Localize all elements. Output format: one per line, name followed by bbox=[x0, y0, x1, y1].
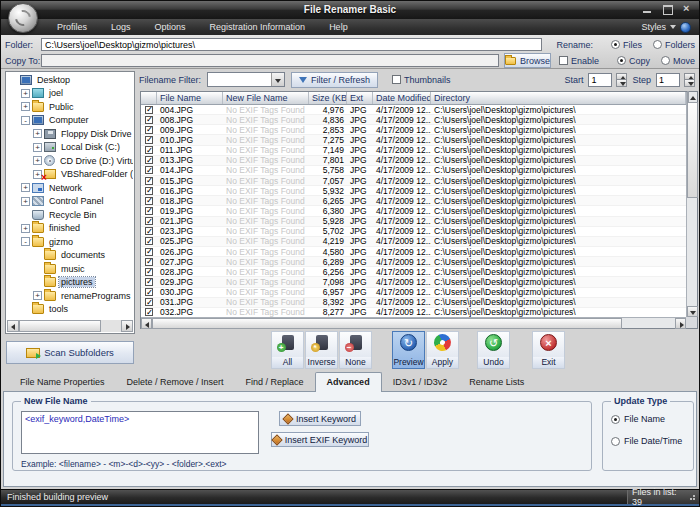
tree-item-joel[interactable]: +joel bbox=[7, 87, 133, 101]
tree-item-recycle-bin[interactable]: Recycle Bin bbox=[7, 208, 133, 222]
row-checkbox[interactable] bbox=[145, 288, 153, 296]
row-checkbox[interactable] bbox=[145, 258, 153, 266]
filename-filter-select[interactable] bbox=[207, 72, 285, 87]
action-button-all[interactable]: All bbox=[271, 331, 304, 369]
row-checkbox[interactable] bbox=[145, 166, 153, 174]
tree-item-tools[interactable]: tools bbox=[7, 303, 133, 317]
cell-checkbox[interactable] bbox=[141, 146, 157, 154]
menu-item-help[interactable]: Help bbox=[317, 19, 360, 35]
action-button-none[interactable]: None bbox=[339, 331, 372, 369]
tree-item-gizmo[interactable]: -gizmo bbox=[7, 235, 133, 249]
action-button-preview[interactable]: Preview bbox=[392, 331, 425, 369]
insert-exif-keyword-button[interactable]: Insert EXIF Keyword bbox=[271, 432, 369, 447]
maximize-button[interactable] bbox=[662, 4, 673, 15]
cell-checkbox[interactable] bbox=[141, 166, 157, 174]
table-row[interactable]: 029.JPGNo EXIF Tags Found7,098JPG4/17/20… bbox=[141, 277, 686, 287]
tab-delete-remove-insert[interactable]: Delete / Remove / Insert bbox=[116, 373, 235, 391]
table-horizontal-scrollbar[interactable] bbox=[141, 317, 686, 328]
scrollbar-thumb[interactable] bbox=[687, 102, 698, 198]
step-number-input[interactable] bbox=[656, 73, 680, 87]
table-row[interactable]: 019.JPGNo EXIF Tags Found6,380JPG4/17/20… bbox=[141, 206, 686, 216]
row-checkbox[interactable] bbox=[145, 298, 153, 306]
row-checkbox[interactable] bbox=[145, 156, 153, 164]
tree-expander-icon[interactable]: + bbox=[21, 197, 30, 206]
tree-item-renameprograms[interactable]: +renamePrograms bbox=[7, 289, 133, 303]
row-checkbox[interactable] bbox=[145, 227, 153, 235]
row-checkbox[interactable] bbox=[145, 248, 153, 256]
column-header-size-kb[interactable]: Size (KB) bbox=[309, 92, 347, 104]
tree-item-finished[interactable]: +finished bbox=[7, 222, 133, 236]
tree-item-desktop[interactable]: Desktop bbox=[7, 73, 133, 87]
mode-radio-move[interactable]: Move bbox=[661, 56, 695, 66]
table-row[interactable]: 030.JPGNo EXIF Tags Found6,957JPG4/17/20… bbox=[141, 288, 686, 298]
table-row[interactable]: 032.JPGNo EXIF Tags Found8,277JPG4/17/20… bbox=[141, 308, 686, 317]
table-row[interactable]: 015.JPGNo EXIF Tags Found7,057JPG4/17/20… bbox=[141, 176, 686, 186]
action-button-exit[interactable]: Exit bbox=[532, 331, 565, 369]
action-button-undo[interactable]: Undo bbox=[477, 331, 510, 369]
table-row[interactable]: 004.JPGNo EXIF Tags Found4,976JPG4/17/20… bbox=[141, 105, 686, 115]
enable-checkbox-row[interactable]: Enable bbox=[559, 56, 599, 66]
table-row[interactable]: 014.JPGNo EXIF Tags Found5,758JPG4/17/20… bbox=[141, 166, 686, 176]
row-checkbox[interactable] bbox=[145, 136, 153, 144]
row-checkbox[interactable] bbox=[145, 126, 153, 134]
tree-expander-icon[interactable]: - bbox=[21, 116, 30, 125]
insert-keyword-button[interactable]: Insert Keyword bbox=[279, 411, 361, 426]
scroll-right-icon[interactable] bbox=[121, 320, 133, 332]
table-row[interactable]: 023.JPGNo EXIF Tags Found5,702JPG4/17/20… bbox=[141, 227, 686, 237]
tree-expander-icon[interactable]: + bbox=[33, 156, 42, 165]
tree-expander-icon[interactable]: + bbox=[33, 291, 42, 300]
scan-subfolders-button[interactable]: Scan Subfolders bbox=[6, 341, 134, 364]
table-row[interactable]: 009.JPGNo EXIF Tags Found2,853JPG4/17/20… bbox=[141, 125, 686, 135]
column-header-date-modified[interactable]: Date Modified bbox=[373, 92, 431, 104]
row-checkbox[interactable] bbox=[145, 197, 153, 205]
tree-expander-icon[interactable]: + bbox=[21, 89, 30, 98]
thumbnails-checkbox-row[interactable]: Thumbnails bbox=[392, 75, 451, 85]
tree-item-floppy-disk-drive-a[interactable]: +Floppy Disk Drive (A:) bbox=[7, 127, 133, 141]
tab-advanced[interactable]: Advanced bbox=[315, 372, 382, 392]
column-header-new-file-name[interactable]: New File Name bbox=[223, 92, 309, 104]
scroll-right-icon[interactable] bbox=[675, 318, 686, 329]
cell-checkbox[interactable] bbox=[141, 278, 157, 286]
spin-down-icon[interactable] bbox=[684, 79, 695, 87]
menu-item-options[interactable]: Options bbox=[143, 19, 198, 35]
minimize-button[interactable] bbox=[642, 4, 653, 15]
column-header-ext[interactable]: Ext bbox=[347, 92, 373, 104]
browse-button[interactable]: Browse bbox=[504, 53, 551, 68]
row-checkbox[interactable] bbox=[145, 177, 153, 185]
row-checkbox[interactable] bbox=[145, 106, 153, 114]
cell-checkbox[interactable] bbox=[141, 248, 157, 256]
table-row[interactable]: 010.JPGNo EXIF Tags Found7,275JPG4/17/20… bbox=[141, 135, 686, 145]
table-row[interactable]: 025.JPGNo EXIF Tags Found4,219JPG4/17/20… bbox=[141, 237, 686, 247]
cell-checkbox[interactable] bbox=[141, 136, 157, 144]
table-row[interactable]: 031.JPGNo EXIF Tags Found8,392JPG4/17/20… bbox=[141, 298, 686, 308]
scroll-down-icon[interactable] bbox=[687, 306, 698, 317]
scrollbar-thumb[interactable] bbox=[152, 318, 622, 329]
tree-expander-icon[interactable]: + bbox=[21, 102, 30, 111]
tree-expander-icon[interactable]: + bbox=[21, 183, 30, 192]
folder-path-input[interactable] bbox=[41, 38, 542, 51]
start-number-input[interactable] bbox=[588, 73, 612, 87]
cell-checkbox[interactable] bbox=[141, 298, 157, 306]
mode-radio-copy[interactable]: Copy bbox=[617, 56, 650, 66]
menu-item-registration-information[interactable]: Registration Information bbox=[198, 19, 318, 35]
table-row[interactable]: 016.JPGNo EXIF Tags Found5,932JPG4/17/20… bbox=[141, 186, 686, 196]
tree-item-network[interactable]: +Network bbox=[7, 181, 133, 195]
menu-item-logs[interactable]: Logs bbox=[99, 19, 143, 35]
dropdown-arrow-icon[interactable] bbox=[271, 73, 284, 86]
row-checkbox[interactable] bbox=[145, 308, 153, 316]
tree-expander-icon[interactable]: + bbox=[33, 129, 42, 138]
tab-id3v1-id3v2[interactable]: ID3v1 / ID3v2 bbox=[382, 373, 459, 391]
tab-file-name-properties[interactable]: File Name Properties bbox=[9, 373, 116, 391]
table-row[interactable]: 011.JPGNo EXIF Tags Found7,149JPG4/17/20… bbox=[141, 146, 686, 156]
cell-checkbox[interactable] bbox=[141, 258, 157, 266]
tree-item-cd-drive-d-virtualbox-guest[interactable]: +CD Drive (D:) VirtualBox Guest bbox=[7, 154, 133, 168]
styles-menu[interactable]: Styles bbox=[641, 22, 699, 33]
column-header-directory[interactable]: Directory bbox=[431, 92, 686, 104]
update-radio-file-date-time[interactable]: File Date/Time bbox=[611, 436, 693, 446]
thumbnails-checkbox[interactable] bbox=[392, 75, 401, 84]
new-file-name-input[interactable]: <exif_keyword,DateTime> bbox=[21, 411, 259, 454]
scroll-up-icon[interactable] bbox=[687, 91, 689, 103]
scroll-left-icon[interactable] bbox=[141, 318, 152, 329]
menu-item-profiles[interactable]: Profiles bbox=[45, 19, 99, 35]
row-checkbox[interactable] bbox=[145, 268, 153, 276]
